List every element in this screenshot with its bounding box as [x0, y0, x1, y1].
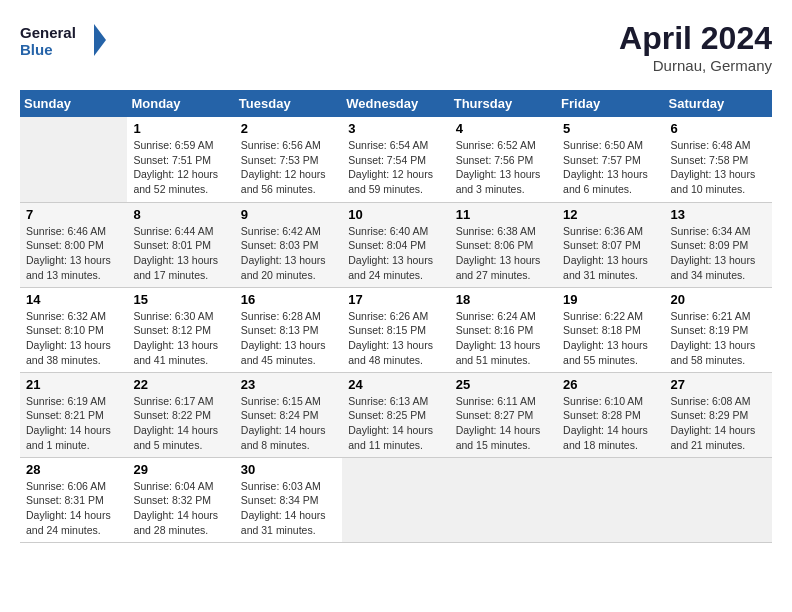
sunrise-label: Sunrise:	[348, 225, 389, 237]
day-number: 27	[671, 377, 766, 392]
week-row-1: 1 Sunrise: 6:59 AM Sunset: 7:51 PM Dayli…	[20, 117, 772, 202]
day-cell: 22 Sunrise: 6:17 AM Sunset: 8:22 PM Dayl…	[127, 372, 234, 457]
page-header: General Blue April 2024 Durnau, Germany	[20, 20, 772, 74]
daylight-label: Daylight: 12 hours and 52 minutes.	[133, 168, 218, 195]
sunrise-label: Sunrise:	[671, 225, 712, 237]
sunrise-label: Sunrise:	[241, 310, 282, 322]
day-number: 14	[26, 292, 121, 307]
sunset-time: 8:04 PM	[387, 239, 426, 251]
sunset-label: Sunset:	[26, 324, 65, 336]
sunset-time: 8:27 PM	[494, 409, 533, 421]
day-info: Sunrise: 6:10 AM Sunset: 8:28 PM Dayligh…	[563, 394, 658, 453]
sunrise-time: 6:26 AM	[390, 310, 429, 322]
sunset-label: Sunset:	[671, 154, 710, 166]
day-info: Sunrise: 6:13 AM Sunset: 8:25 PM Dayligh…	[348, 394, 443, 453]
sunset-time: 8:25 PM	[387, 409, 426, 421]
sunrise-label: Sunrise:	[456, 225, 497, 237]
sunset-label: Sunset:	[456, 239, 495, 251]
svg-marker-2	[94, 24, 106, 56]
sunrise-time: 6:08 AM	[712, 395, 751, 407]
day-number: 7	[26, 207, 121, 222]
daylight-label: Daylight: 13 hours and 38 minutes.	[26, 339, 111, 366]
day-number: 23	[241, 377, 336, 392]
day-cell: 7 Sunrise: 6:46 AM Sunset: 8:00 PM Dayli…	[20, 202, 127, 287]
sunrise-time: 6:36 AM	[605, 225, 644, 237]
sunrise-label: Sunrise:	[563, 139, 604, 151]
day-info: Sunrise: 6:30 AM Sunset: 8:12 PM Dayligh…	[133, 309, 228, 368]
sunset-label: Sunset:	[26, 239, 65, 251]
daylight-label: Daylight: 14 hours and 28 minutes.	[133, 509, 218, 536]
title-block: April 2024 Durnau, Germany	[619, 20, 772, 74]
daylight-label: Daylight: 13 hours and 45 minutes.	[241, 339, 326, 366]
daylight-label: Daylight: 14 hours and 11 minutes.	[348, 424, 433, 451]
day-number: 10	[348, 207, 443, 222]
sunset-label: Sunset:	[348, 324, 387, 336]
header-thursday: Thursday	[450, 90, 557, 117]
day-info: Sunrise: 6:17 AM Sunset: 8:22 PM Dayligh…	[133, 394, 228, 453]
sunrise-time: 6:15 AM	[282, 395, 321, 407]
sunset-label: Sunset:	[241, 324, 280, 336]
sunset-time: 7:57 PM	[602, 154, 641, 166]
sunrise-time: 6:04 AM	[175, 480, 214, 492]
sunrise-time: 6:17 AM	[175, 395, 214, 407]
sunrise-label: Sunrise:	[133, 395, 174, 407]
sunset-time: 7:58 PM	[709, 154, 748, 166]
day-cell: 23 Sunrise: 6:15 AM Sunset: 8:24 PM Dayl…	[235, 372, 342, 457]
day-info: Sunrise: 6:59 AM Sunset: 7:51 PM Dayligh…	[133, 138, 228, 197]
header-sunday: Sunday	[20, 90, 127, 117]
day-cell: 30 Sunrise: 6:03 AM Sunset: 8:34 PM Dayl…	[235, 457, 342, 542]
daylight-label: Daylight: 13 hours and 13 minutes.	[26, 254, 111, 281]
day-info: Sunrise: 6:32 AM Sunset: 8:10 PM Dayligh…	[26, 309, 121, 368]
sunrise-time: 6:06 AM	[67, 480, 106, 492]
sunrise-time: 6:10 AM	[605, 395, 644, 407]
sunrise-label: Sunrise:	[26, 395, 67, 407]
sunrise-label: Sunrise:	[563, 225, 604, 237]
calendar-table: SundayMondayTuesdayWednesdayThursdayFrid…	[20, 90, 772, 543]
logo: General Blue	[20, 20, 110, 60]
day-number: 21	[26, 377, 121, 392]
sunrise-label: Sunrise:	[671, 395, 712, 407]
sunrise-time: 6:48 AM	[712, 139, 751, 151]
sunrise-time: 6:28 AM	[282, 310, 321, 322]
sunrise-label: Sunrise:	[133, 310, 174, 322]
day-number: 3	[348, 121, 443, 136]
sunset-time: 8:19 PM	[709, 324, 748, 336]
day-cell: 14 Sunrise: 6:32 AM Sunset: 8:10 PM Dayl…	[20, 287, 127, 372]
week-row-3: 14 Sunrise: 6:32 AM Sunset: 8:10 PM Dayl…	[20, 287, 772, 372]
day-cell: 25 Sunrise: 6:11 AM Sunset: 8:27 PM Dayl…	[450, 372, 557, 457]
day-cell	[665, 457, 772, 542]
day-cell: 6 Sunrise: 6:48 AM Sunset: 7:58 PM Dayli…	[665, 117, 772, 202]
sunrise-label: Sunrise:	[348, 139, 389, 151]
sunset-label: Sunset:	[241, 154, 280, 166]
day-info: Sunrise: 6:22 AM Sunset: 8:18 PM Dayligh…	[563, 309, 658, 368]
sunrise-label: Sunrise:	[348, 395, 389, 407]
sunrise-time: 6:32 AM	[67, 310, 106, 322]
month-title: April 2024	[619, 20, 772, 57]
day-cell: 5 Sunrise: 6:50 AM Sunset: 7:57 PM Dayli…	[557, 117, 664, 202]
daylight-label: Daylight: 13 hours and 31 minutes.	[563, 254, 648, 281]
sunrise-label: Sunrise:	[456, 395, 497, 407]
day-cell: 9 Sunrise: 6:42 AM Sunset: 8:03 PM Dayli…	[235, 202, 342, 287]
sunset-time: 8:15 PM	[387, 324, 426, 336]
day-number: 26	[563, 377, 658, 392]
sunrise-time: 6:13 AM	[390, 395, 429, 407]
day-number: 13	[671, 207, 766, 222]
day-cell: 21 Sunrise: 6:19 AM Sunset: 8:21 PM Dayl…	[20, 372, 127, 457]
day-cell: 26 Sunrise: 6:10 AM Sunset: 8:28 PM Dayl…	[557, 372, 664, 457]
sunset-time: 8:03 PM	[279, 239, 318, 251]
sunset-label: Sunset:	[26, 409, 65, 421]
sunset-time: 8:21 PM	[65, 409, 104, 421]
sunrise-label: Sunrise:	[241, 225, 282, 237]
sunset-label: Sunset:	[133, 324, 172, 336]
svg-text:General: General	[20, 24, 76, 41]
sunset-time: 8:16 PM	[494, 324, 533, 336]
day-cell: 10 Sunrise: 6:40 AM Sunset: 8:04 PM Dayl…	[342, 202, 449, 287]
sunrise-time: 6:38 AM	[497, 225, 536, 237]
day-info: Sunrise: 6:04 AM Sunset: 8:32 PM Dayligh…	[133, 479, 228, 538]
sunset-time: 7:54 PM	[387, 154, 426, 166]
daylight-label: Daylight: 13 hours and 51 minutes.	[456, 339, 541, 366]
day-cell: 20 Sunrise: 6:21 AM Sunset: 8:19 PM Dayl…	[665, 287, 772, 372]
day-info: Sunrise: 6:52 AM Sunset: 7:56 PM Dayligh…	[456, 138, 551, 197]
daylight-label: Daylight: 13 hours and 20 minutes.	[241, 254, 326, 281]
daylight-label: Daylight: 12 hours and 59 minutes.	[348, 168, 433, 195]
